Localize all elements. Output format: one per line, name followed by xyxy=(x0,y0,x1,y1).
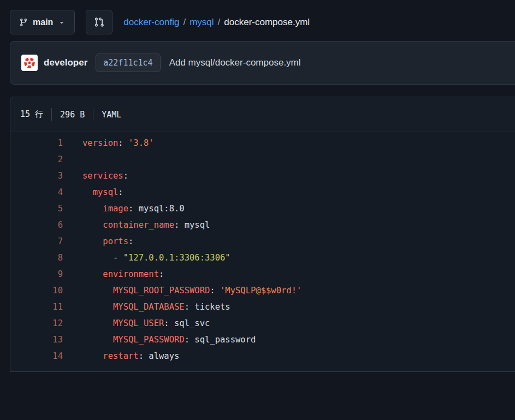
chevron-down-icon xyxy=(58,19,66,26)
code-text: - "127.0.0.1:3306:3306" xyxy=(82,250,230,266)
file-size: 296 B xyxy=(60,110,85,120)
code-text: environment: xyxy=(82,266,164,282)
code-text: container_name: mysql xyxy=(82,217,210,233)
line-number[interactable]: 2 xyxy=(10,151,63,168)
git-compare-icon xyxy=(94,17,104,27)
breadcrumb-current-file: docker-compose.yml xyxy=(224,17,310,28)
commit-sha-badge[interactable]: a22f11c1c4 xyxy=(96,54,160,72)
code-line: 3services: xyxy=(10,168,515,184)
code-line: 13 MYSQL_PASSWORD: sql_password xyxy=(10,332,515,348)
code-text: ports: xyxy=(82,233,133,250)
developer-avatar[interactable] xyxy=(21,55,38,71)
branch-selector-button[interactable]: main xyxy=(10,10,75,34)
code-line: 11 MYSQL_DATABASE: tickets xyxy=(10,299,515,315)
file-info-header: 15 行 296 B YAML xyxy=(10,97,515,132)
divider xyxy=(51,108,52,121)
line-number[interactable]: 12 xyxy=(10,315,63,332)
code-text: MYSQL_DATABASE: tickets xyxy=(82,299,230,315)
line-number[interactable]: 5 xyxy=(10,200,63,217)
code-line: 4 mysql: xyxy=(10,184,515,200)
code-block: 1version: '3.8'23services:4 mysql:5 imag… xyxy=(10,132,515,364)
code-text: mysql: xyxy=(82,184,123,200)
code-line: 5 image: mysql:8.0 xyxy=(10,200,515,217)
code-text: MYSQL_USER: sql_svc xyxy=(82,315,210,332)
code-line: 2 xyxy=(10,151,515,168)
file-language: YAML xyxy=(102,110,121,120)
code-text: MYSQL_PASSWORD: sql_password xyxy=(82,332,256,348)
commit-message: Add mysql/docker-compose.yml xyxy=(169,57,301,68)
code-text: services: xyxy=(82,168,128,184)
code-text: image: mysql:8.0 xyxy=(82,200,185,217)
breadcrumb: docker-config / mysql / docker-compose.y… xyxy=(123,17,310,28)
code-line: 14 restart: always xyxy=(10,348,515,364)
line-number[interactable]: 9 xyxy=(10,266,63,282)
commit-author-name[interactable]: developer xyxy=(44,57,87,68)
latest-commit-bar: developer a22f11c1c4 Add mysql/docker-co… xyxy=(10,41,515,85)
code-line: 10 MYSQL_ROOT_PASSWORD: 'MySQLP@$$w0rd!' xyxy=(10,282,515,299)
line-number[interactable]: 13 xyxy=(10,332,63,348)
breadcrumb-separator: / xyxy=(183,17,186,28)
breadcrumb-repo-link[interactable]: docker-config xyxy=(123,17,179,28)
code-text: restart: always xyxy=(82,348,179,364)
line-number[interactable]: 3 xyxy=(10,168,63,184)
file-view-card: 15 行 296 B YAML 1version: '3.8'23service… xyxy=(10,97,515,372)
code-line: 1version: '3.8' xyxy=(10,135,515,151)
top-toolbar: main docker-config / mysql / docker-comp… xyxy=(0,0,515,34)
line-number[interactable]: 11 xyxy=(10,299,63,315)
divider xyxy=(93,108,93,121)
compare-branches-button[interactable] xyxy=(86,10,113,34)
code-text: version: '3.8' xyxy=(82,135,154,151)
breadcrumb-dir-link[interactable]: mysql xyxy=(190,17,214,28)
line-number[interactable]: 14 xyxy=(10,348,63,364)
code-text: MYSQL_ROOT_PASSWORD: 'MySQLP@$$w0rd!' xyxy=(82,282,301,299)
line-number[interactable]: 6 xyxy=(10,217,63,233)
line-number[interactable]: 10 xyxy=(10,282,63,299)
code-line: 9 environment: xyxy=(10,266,515,282)
line-number[interactable]: 8 xyxy=(10,250,63,266)
code-line: 8 - "127.0.0.1:3306:3306" xyxy=(10,250,515,266)
git-branch-icon xyxy=(19,18,28,27)
line-number[interactable]: 7 xyxy=(10,233,63,250)
file-lines-count: 15 行 xyxy=(20,109,43,120)
code-line: 6 container_name: mysql xyxy=(10,217,515,233)
line-number[interactable]: 1 xyxy=(10,135,63,151)
code-line: 7 ports: xyxy=(10,233,515,250)
line-number[interactable]: 4 xyxy=(10,184,63,200)
breadcrumb-separator: / xyxy=(218,17,221,28)
code-line: 12 MYSQL_USER: sql_svc xyxy=(10,315,515,332)
current-branch-label: main xyxy=(33,17,53,27)
